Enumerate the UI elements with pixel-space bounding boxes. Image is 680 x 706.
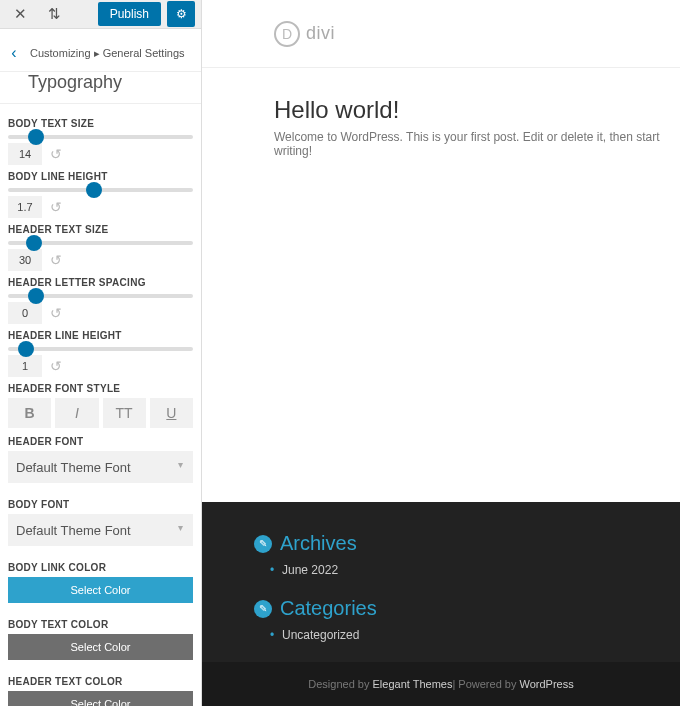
- controls-panel: BODY TEXT SIZE ↺ BODY LINE HEIGHT ↺ HEAD…: [0, 104, 201, 706]
- customizer-sidebar: ✕ ⇅ Publish ⚙ ‹ Customizing ▸ General Se…: [0, 0, 202, 706]
- header-letter-spacing-input[interactable]: [8, 302, 42, 324]
- slider-knob[interactable]: [86, 182, 102, 198]
- footer-credits: Designed by Elegant Themes | Powered by …: [202, 662, 680, 706]
- reset-icon[interactable]: ↺: [50, 146, 62, 162]
- reset-icon[interactable]: ↺: [50, 252, 62, 268]
- header-text-size-input[interactable]: [8, 249, 42, 271]
- font-style-buttons: B I TT U: [8, 398, 193, 428]
- site-footer: ✎ Archives June 2022 ✎ Categories Uncate…: [202, 502, 680, 706]
- body-text-size-input[interactable]: [8, 143, 42, 165]
- header-font-label: HEADER FONT: [8, 436, 193, 447]
- body-line-height-slider[interactable]: [8, 188, 193, 192]
- header-font-style-label: HEADER FONT STYLE: [8, 383, 193, 394]
- publish-button[interactable]: Publish: [98, 2, 161, 26]
- category-link[interactable]: Uncategorized: [282, 628, 680, 642]
- body-text-size-slider[interactable]: [8, 135, 193, 139]
- uppercase-button[interactable]: TT: [103, 398, 146, 428]
- close-icon[interactable]: ✕: [6, 0, 34, 28]
- post-body: Welcome to WordPress. This is your first…: [274, 130, 680, 158]
- archives-title: Archives: [280, 532, 357, 555]
- body-link-color-label: BODY LINK COLOR: [8, 562, 193, 573]
- theme-link[interactable]: Elegant Themes: [373, 678, 453, 690]
- body-text-color-label: BODY TEXT COLOR: [8, 619, 193, 630]
- body-line-height-input[interactable]: [8, 196, 42, 218]
- categories-title: Categories: [280, 597, 377, 620]
- header-text-color-button[interactable]: Select Color: [8, 691, 193, 706]
- italic-button[interactable]: I: [55, 398, 98, 428]
- categories-heading: ✎ Categories: [254, 597, 680, 620]
- swap-icon[interactable]: ⇅: [40, 0, 68, 28]
- header-line-height-label: HEADER LINE HEIGHT: [8, 330, 193, 341]
- wp-link[interactable]: WordPress: [520, 678, 574, 690]
- logo-icon: D: [274, 21, 300, 47]
- edit-icon[interactable]: ✎: [254, 600, 272, 618]
- body-font-label: BODY FONT: [8, 499, 193, 510]
- archives-heading: ✎ Archives: [254, 532, 680, 555]
- slider-knob[interactable]: [18, 341, 34, 357]
- post-content: Hello world! Welcome to WordPress. This …: [202, 68, 680, 502]
- slider-knob[interactable]: [26, 235, 42, 251]
- breadcrumb-path: Customizing ▸ General Settings: [30, 47, 185, 60]
- archive-link[interactable]: June 2022: [282, 563, 680, 577]
- header-letter-spacing-label: HEADER LETTER SPACING: [8, 277, 193, 288]
- bold-button[interactable]: B: [8, 398, 51, 428]
- breadcrumb: ‹ Customizing ▸ General Settings: [0, 29, 201, 72]
- header-text-color-label: HEADER TEXT COLOR: [8, 676, 193, 687]
- header-line-height-input[interactable]: [8, 355, 42, 377]
- slider-knob[interactable]: [28, 129, 44, 145]
- body-font-select[interactable]: Default Theme Font: [8, 514, 193, 546]
- page-title: Typography: [0, 72, 201, 104]
- body-link-color-button[interactable]: Select Color: [8, 577, 193, 603]
- reset-icon[interactable]: ↺: [50, 199, 62, 215]
- edit-icon[interactable]: ✎: [254, 535, 272, 553]
- header-font-select[interactable]: Default Theme Font: [8, 451, 193, 483]
- back-icon[interactable]: ‹: [4, 37, 24, 69]
- body-line-height-label: BODY LINE HEIGHT: [8, 171, 193, 182]
- slider-knob[interactable]: [28, 288, 44, 304]
- site-header: D divi: [202, 0, 680, 68]
- body-text-size-label: BODY TEXT SIZE: [8, 118, 193, 129]
- body-text-color-button[interactable]: Select Color: [8, 634, 193, 660]
- preview-pane: D divi Hello world! Welcome to WordPress…: [202, 0, 680, 706]
- header-line-height-slider[interactable]: [8, 347, 193, 351]
- gear-icon[interactable]: ⚙: [167, 1, 195, 27]
- topbar: ✕ ⇅ Publish ⚙: [0, 0, 201, 29]
- reset-icon[interactable]: ↺: [50, 305, 62, 321]
- header-text-size-slider[interactable]: [8, 241, 193, 245]
- logo-text: divi: [306, 23, 335, 44]
- underline-button[interactable]: U: [150, 398, 193, 428]
- reset-icon[interactable]: ↺: [50, 358, 62, 374]
- header-text-size-label: HEADER TEXT SIZE: [8, 224, 193, 235]
- post-title: Hello world!: [274, 96, 680, 124]
- header-letter-spacing-slider[interactable]: [8, 294, 193, 298]
